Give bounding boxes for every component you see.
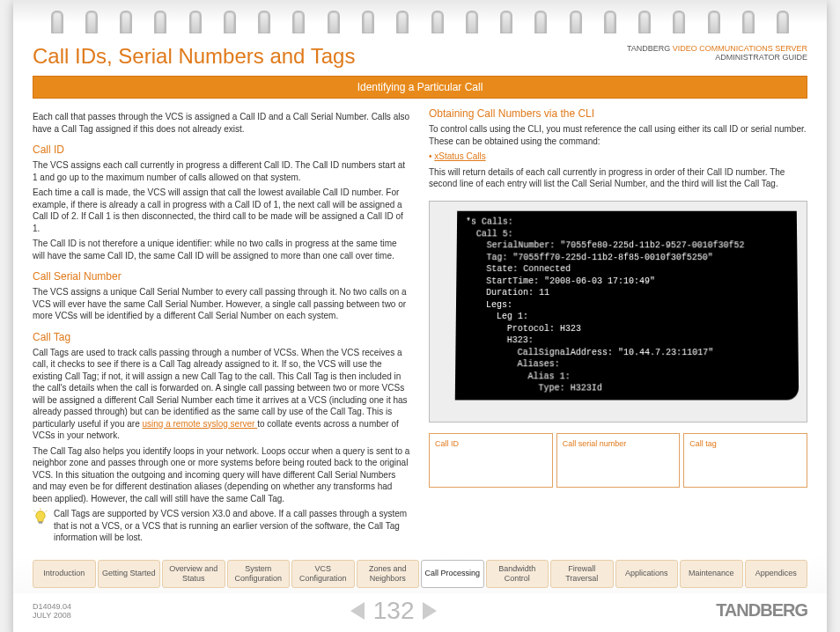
callout-row: Call ID Call serial number Call tag: [429, 433, 807, 488]
body-text: Each time a call is made, the VCS will a…: [33, 187, 411, 234]
footer-doc-info: D14049.04JULY 2008: [33, 602, 71, 620]
document-id-block: TANDBERG VIDEO COMMUNICATIONS SERVER ADM…: [627, 44, 807, 62]
nav-tab[interactable]: System Configuration: [227, 560, 291, 588]
svg-line-3: [46, 511, 48, 512]
nav-tab[interactable]: Bandwidth Control: [486, 560, 549, 588]
spiral-binding: [13, 0, 827, 33]
cli-screenshot: *s Calls: Call 5: SerialNumber: "7055fe8…: [429, 201, 807, 423]
terminal-output: *s Calls: Call 5: SerialNumber: "7055fe8…: [455, 210, 799, 399]
nav-tab[interactable]: Maintenance: [680, 560, 743, 588]
prev-page-icon[interactable]: [350, 602, 365, 620]
cli-heading: Obtaining Call Numbers via the CLI: [429, 107, 807, 120]
lightbulb-icon: [33, 508, 48, 531]
nav-tab[interactable]: Appendices: [745, 560, 808, 588]
tip-block: Call Tags are supported by VCS version X…: [33, 508, 411, 544]
next-page-icon[interactable]: [423, 602, 437, 620]
body-text: To control calls using the CLI, you must…: [429, 123, 807, 147]
page-navigator: 132: [350, 597, 438, 625]
call-id-heading: Call ID: [33, 143, 411, 156]
call-serial-heading: Call Serial Number: [33, 270, 411, 283]
callout-tag: Call tag: [683, 433, 807, 488]
nav-tab[interactable]: Introduction: [33, 560, 96, 588]
svg-line-2: [34, 511, 36, 512]
page-title: Call IDs, Serial Numbers and Tags: [33, 44, 355, 69]
call-tag-heading: Call Tag: [33, 331, 411, 343]
nav-tab[interactable]: Firewall Traversal: [550, 560, 614, 588]
nav-tab[interactable]: Overview and Status: [162, 560, 225, 588]
syslog-link[interactable]: using a remote syslog server: [143, 419, 258, 429]
left-column: Each call that passes through the VCS is…: [33, 107, 411, 547]
callout-call-id: Call ID: [429, 433, 553, 488]
page-number: 132: [373, 597, 415, 625]
section-ribbon: Identifying a Particular Call: [33, 76, 807, 99]
command-item: • xStatus Calls: [429, 151, 807, 163]
svg-rect-0: [39, 522, 43, 524]
body-text: The Call ID is not therefore a unique id…: [33, 238, 411, 261]
nav-tab[interactable]: Applications: [615, 560, 679, 588]
nav-tab[interactable]: Zones and Neighbors: [357, 560, 420, 588]
nav-tab[interactable]: Call Processing: [421, 560, 484, 588]
cli-command-link[interactable]: xStatus Calls: [434, 151, 485, 161]
footer-brand: TANDBERG: [716, 600, 807, 621]
nav-tabs: IntroductionGetting StartedOverview and …: [13, 555, 827, 593]
callout-serial: Call serial number: [556, 433, 681, 488]
nav-tab[interactable]: VCS Configuration: [291, 560, 355, 588]
document-page: Call IDs, Serial Numbers and Tags TANDBE…: [13, 0, 827, 632]
body-text: The VCS assigns a unique Call Serial Num…: [33, 286, 411, 322]
body-text: The Call Tag also helps you identify loo…: [33, 445, 411, 505]
intro-text: Each call that passes through the VCS is…: [33, 111, 411, 135]
page-footer: D14049.04JULY 2008 132 TANDBERG: [13, 593, 827, 633]
body-text: The VCS assigns each call currently in p…: [33, 159, 411, 183]
body-text: Call Tags are used to track calls passin…: [33, 347, 411, 442]
right-column: Obtaining Call Numbers via the CLI To co…: [429, 107, 807, 547]
body-text: This will return details of each call cu…: [429, 166, 807, 190]
nav-tab[interactable]: Getting Started: [98, 560, 161, 588]
